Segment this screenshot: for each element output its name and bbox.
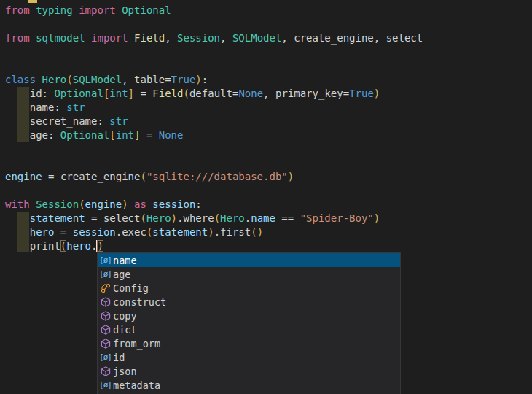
code-token: Hero: [146, 212, 171, 224]
suggestion-label: copy: [113, 310, 137, 322]
code-token: .exec: [116, 226, 146, 238]
code-line: [0, 184, 532, 198]
suggestion-item[interactable]: [ø]age: [98, 267, 400, 281]
code-token: session: [152, 198, 195, 210]
code-token: Optional: [60, 129, 109, 141]
suggestion-item[interactable]: dict: [98, 322, 400, 336]
code-line: id: Optional[int] = Field(default=None, …: [0, 87, 532, 101]
code-token: SQLModel: [232, 32, 281, 44]
code-token: (: [184, 88, 189, 99]
code-token: ,: [165, 32, 177, 44]
class-symbol-icon: [98, 282, 113, 294]
code-token: id:: [5, 88, 54, 99]
suggestion-label: metadata: [113, 379, 160, 391]
code-token: ): [195, 74, 201, 85]
code-token: session: [73, 226, 116, 238]
suggestion-item-selected[interactable]: [ø]name: [98, 253, 400, 267]
code-token: int: [116, 129, 134, 141]
code-token: age:: [5, 129, 60, 141]
code-token: from: [5, 4, 36, 16]
field-symbol-icon: [ø]: [98, 255, 113, 265]
field-symbol-icon: [ø]: [98, 269, 113, 279]
code-token: ): [288, 171, 294, 182]
suggestion-label: name: [113, 255, 137, 266]
code-token: name:: [5, 101, 66, 113]
code-token: (: [79, 198, 85, 210]
suggestion-label: Config: [113, 282, 149, 294]
code-line: [0, 142, 532, 156]
code-token: select: [103, 212, 141, 224]
code-token: Hero: [42, 74, 67, 85]
suggestion-label: construct: [113, 296, 166, 308]
code-token: engine: [85, 198, 122, 210]
code-token: print: [5, 240, 60, 252]
code-token: .first: [214, 226, 251, 238]
code-token: ): [171, 212, 177, 224]
code-token: .where: [177, 212, 214, 224]
suggestion-item[interactable]: copy: [98, 309, 400, 322]
method-symbol-icon: [98, 324, 113, 336]
code-token: secret_name:: [5, 115, 109, 127]
code-line: print(hero.): [0, 239, 532, 253]
code-line: engine = create_engine("sqlite:///databa…: [0, 170, 532, 184]
code-token: None: [238, 88, 263, 99]
code-token: .: [245, 212, 251, 224]
code-token: Field: [134, 32, 165, 44]
code-token: ): [374, 212, 380, 224]
code-token: ,: [220, 32, 232, 44]
code-token: sqlmodel: [36, 32, 85, 44]
code-token: Hero: [220, 212, 245, 224]
suggestion-item[interactable]: json: [98, 364, 400, 378]
code-token: ): [97, 240, 103, 252]
code-token: int: [109, 88, 128, 99]
method-symbol-icon: [98, 338, 113, 349]
code-token: Field: [152, 88, 183, 99]
suggestion-item[interactable]: from_orm: [98, 336, 400, 350]
code-token: Optional: [54, 88, 103, 99]
code-token: :: [202, 74, 208, 85]
code-token: ==: [275, 212, 300, 224]
code-token: class: [5, 74, 42, 85]
code-token: hero: [5, 226, 54, 238]
suggestion-item[interactable]: [ø]metadata: [98, 378, 400, 392]
code-token: with: [5, 198, 36, 210]
code-token: (: [66, 74, 72, 85]
code-token: (: [214, 212, 220, 224]
code-line: [0, 45, 532, 59]
method-symbol-icon: [98, 296, 113, 308]
code-token: engine: [5, 171, 42, 182]
code-token: ]: [128, 88, 134, 99]
code-token: =: [134, 88, 152, 99]
code-token: , create_engine, select: [281, 32, 423, 44]
code-token: , primary_key=: [263, 88, 349, 99]
code-token: (: [140, 171, 146, 182]
code-token: None: [159, 129, 184, 141]
code-token: typing: [36, 4, 73, 16]
suggestion-label: id: [113, 352, 125, 363]
code-line: with Session(engine) as session:: [0, 198, 532, 212]
code-line: age: Optional[int] = None: [0, 128, 532, 142]
code-token: statement: [5, 212, 85, 224]
code-token: from: [5, 32, 36, 44]
code-token: as: [128, 198, 153, 210]
code-token: :: [195, 198, 201, 210]
code-line: name: str: [0, 101, 532, 115]
code-token: ): [122, 198, 128, 210]
field-symbol-icon: [ø]: [98, 352, 113, 362]
suggestion-item[interactable]: Config: [98, 281, 400, 295]
suggestion-item[interactable]: [ø]id: [98, 350, 400, 364]
code-token: [: [109, 129, 115, 141]
code-token: import: [85, 32, 134, 44]
code-line: secret_name: str: [0, 115, 532, 128]
code-token: Session: [177, 32, 220, 44]
code-line: class Hero(SQLModel, table=True):: [0, 73, 532, 87]
code-token: =: [54, 226, 72, 238]
code-token: "Spider-Boy": [300, 212, 374, 224]
code-token: "sqlite:///database.db": [146, 171, 288, 182]
suggestion-item[interactable]: construct: [98, 295, 400, 309]
suggestion-label: from_orm: [113, 338, 160, 349]
method-symbol-icon: [98, 366, 113, 377]
code-line: from sqlmodel import Field, Session, SQL…: [0, 31, 532, 45]
field-symbol-icon: [ø]: [98, 380, 113, 390]
method-symbol-icon: [98, 310, 113, 322]
